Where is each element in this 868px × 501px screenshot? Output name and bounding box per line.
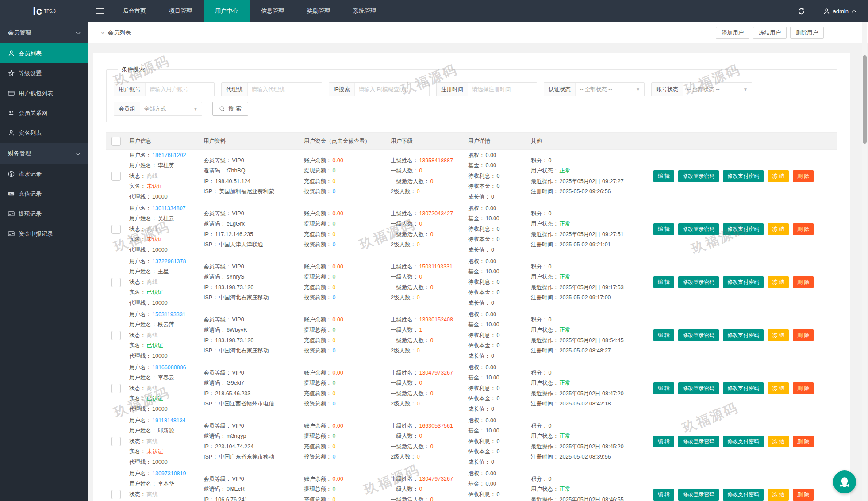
account-menu[interactable]: admin [814,0,868,22]
row-checkbox[interactable] [111,278,121,287]
edit-button[interactable]: 编 辑 [653,223,674,235]
field-value-balance[interactable]: 0.00 [333,210,343,217]
nav-item-5[interactable]: 系统管理 [342,0,388,22]
filter-account-status-select[interactable]: -- 全部状态 --▼ [683,83,752,96]
sidebar-group-1[interactable]: 财务管理 [0,143,88,164]
row-checkbox[interactable] [111,384,121,393]
field-value-balance[interactable]: 0.00 [333,157,343,164]
field-value-balance[interactable]: 0.00 [333,317,343,323]
add-user-button[interactable]: 添加用户 [716,27,749,39]
delete-button[interactable]: 删 除 [793,489,814,501]
edit-button[interactable]: 编 辑 [653,170,674,182]
delete-button[interactable]: 删 除 [793,223,814,235]
field-value-username[interactable]: 13011334807 [152,205,186,211]
nav-item-0[interactable]: 后台首页 [111,0,157,22]
scrollbar-thumb[interactable] [863,55,867,144]
freeze-button[interactable]: 冻 结 [768,223,788,235]
field-value-recharge[interactable]: 0 [333,231,336,237]
change-login-password-button[interactable]: 修改登录密码 [678,170,719,182]
sidebar-item-会员关系网[interactable]: 会员关系网 [0,103,88,123]
field-value-recharge[interactable]: 0 [333,284,336,291]
filter-member-group-select[interactable]: 全部方式▼ [140,102,202,115]
sidebar-item-实名列表[interactable]: 实名列表 [0,123,88,143]
sidebar-item-提现记录[interactable]: 提现记录 [0,204,88,224]
freeze-button[interactable]: 冻 结 [768,276,788,288]
field-value-recharge[interactable]: 0 [333,337,336,344]
change-login-password-button[interactable]: 修改登录密码 [678,489,719,501]
field-value-recharge[interactable]: 0 [333,444,336,450]
change-pay-password-button[interactable]: 修改支付密码 [723,170,764,182]
field-value-invest[interactable]: 0 [333,241,336,248]
select-all-checkbox[interactable] [111,137,121,146]
change-pay-password-button[interactable]: 修改支付密码 [723,276,764,288]
nav-item-1[interactable]: 项目管理 [157,0,204,22]
field-value-withdraw[interactable]: 0 [333,380,336,386]
field-value-balance[interactable]: 0.00 [333,370,343,376]
change-login-password-button[interactable]: 修改登录密码 [678,276,719,288]
freeze-button[interactable]: 冻 结 [768,329,788,341]
field-value-recharge[interactable]: 0 [333,497,336,501]
row-checkbox[interactable] [111,490,121,499]
delete-button[interactable]: 删 除 [793,382,814,394]
delete-button[interactable]: 删 除 [793,170,814,182]
filter-reg-time-input[interactable] [468,83,537,96]
field-value-withdraw[interactable]: 0 [333,221,336,227]
change-login-password-button[interactable]: 修改登录密码 [678,436,719,447]
edit-button[interactable]: 编 辑 [653,436,674,447]
customer-service-button[interactable] [833,470,856,493]
change-pay-password-button[interactable]: 修改支付密码 [723,223,764,235]
row-checkbox[interactable] [111,225,121,234]
field-value-balance[interactable]: 0.00 [333,476,343,482]
field-value-recharge[interactable]: 0 [333,178,336,184]
refresh-icon[interactable] [789,0,814,22]
row-checkbox[interactable] [111,331,121,340]
menu-collapse-icon[interactable] [88,0,111,22]
field-value-withdraw[interactable]: 0 [333,327,336,333]
change-login-password-button[interactable]: 修改登录密码 [678,223,719,235]
freeze-button[interactable]: 冻 结 [768,436,788,447]
edit-button[interactable]: 编 辑 [653,489,674,501]
field-value-username[interactable]: 18617681202 [152,152,186,158]
delete-button[interactable]: 删 除 [793,276,814,288]
field-value-withdraw[interactable]: 0 [333,274,336,280]
search-button[interactable]: 搜 索 [212,102,248,116]
sidebar-item-充值记录[interactable]: Pay充值记录 [0,184,88,204]
delete-user-button[interactable]: 删除用户 [790,27,824,39]
change-pay-password-button[interactable]: 修改支付密码 [723,489,764,501]
filter-agent-line-input[interactable] [248,83,322,96]
field-value-username[interactable]: 13097310819 [152,470,186,477]
field-value-invest[interactable]: 0 [333,348,336,354]
nav-item-3[interactable]: 信息管理 [250,0,296,22]
field-value-withdraw[interactable]: 0 [333,486,336,492]
sidebar-item-资金申报记录[interactable]: 资金申报记录 [0,224,88,244]
freeze-user-button[interactable]: 冻结用户 [753,27,787,39]
freeze-button[interactable]: 冻 结 [768,170,788,182]
nav-item-2[interactable]: 用户中心 [204,0,250,22]
change-pay-password-button[interactable]: 修改支付密码 [723,436,764,447]
change-login-password-button[interactable]: 修改登录密码 [678,329,719,341]
nav-item-4[interactable]: 奖励管理 [296,0,342,22]
edit-button[interactable]: 编 辑 [653,382,674,394]
change-pay-password-button[interactable]: 修改支付密码 [723,382,764,394]
freeze-button[interactable]: 冻 结 [768,382,788,394]
row-checkbox[interactable] [111,172,121,181]
filter-account-input[interactable] [146,83,214,96]
field-value-withdraw[interactable]: 0 [333,433,336,439]
sidebar-item-流水记录[interactable]: 流水记录 [0,164,88,184]
filter-ip-input[interactable] [355,83,429,96]
change-login-password-button[interactable]: 修改登录密码 [678,382,719,394]
filter-auth-status-select[interactable]: -- 全部状态 --▼ [576,83,644,96]
edit-button[interactable]: 编 辑 [653,329,674,341]
field-value-recharge[interactable]: 0 [333,390,336,397]
row-checkbox[interactable] [111,437,121,446]
field-value-invest[interactable]: 0 [333,401,336,407]
sidebar-group-0[interactable]: 会员管理 [0,22,88,43]
sidebar-item-会员列表[interactable]: 会员列表 [0,43,88,63]
field-value-invest[interactable]: 0 [333,454,336,460]
field-value-invest[interactable]: 0 [333,188,336,195]
field-value-balance[interactable]: 0.00 [333,264,343,270]
sidebar-item-等级设置[interactable]: 等级设置 [0,63,88,83]
delete-button[interactable]: 删 除 [793,436,814,447]
field-value-username[interactable]: 18166080886 [152,364,186,371]
delete-button[interactable]: 删 除 [793,329,814,341]
